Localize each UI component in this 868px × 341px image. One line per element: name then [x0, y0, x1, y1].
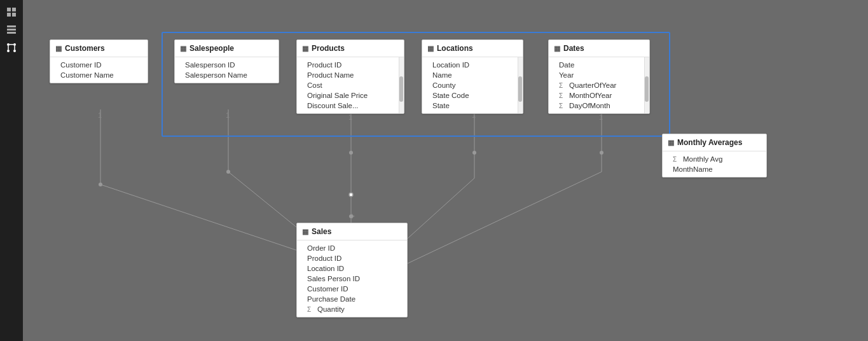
dates-table[interactable]: ▦ Dates Date Year Σ QuarterOfYear Σ Mont… [548, 39, 650, 114]
table-row: Product ID [297, 60, 404, 70]
svg-text:1: 1 [98, 111, 102, 119]
svg-point-10 [13, 50, 16, 52]
monthly-averages-table-header: ▦ Monthly Averages [663, 134, 766, 151]
svg-rect-0 [7, 8, 11, 11]
svg-point-38 [349, 193, 353, 197]
customers-table[interactable]: ▦ Customers Customer ID Customer Name [50, 39, 148, 83]
table-row: State [422, 101, 523, 111]
table-icon: ▦ [302, 45, 308, 53]
svg-rect-1 [12, 8, 16, 11]
sigma-icon: Σ [673, 156, 680, 163]
scrollbar-thumb[interactable] [399, 76, 403, 102]
scrollbar[interactable] [399, 57, 404, 113]
svg-rect-3 [12, 13, 16, 17]
table-icon: ▦ [554, 45, 560, 53]
locations-table-header: ▦ Locations [422, 40, 523, 57]
svg-point-37 [600, 151, 603, 155]
svg-point-7 [7, 43, 10, 46]
svg-rect-4 [7, 25, 16, 27]
table-icon: ▦ [180, 45, 186, 53]
table-row: Σ Monthly Avg [663, 154, 766, 164]
sigma-icon: Σ [559, 82, 567, 89]
table-icon: ▦ [55, 45, 62, 53]
diagram-canvas[interactable]: 1 ✦ 1 ✦ 1 ✦ 1 ✦ 1 ✦ ▦ Customer [23, 0, 868, 341]
products-table-header: ▦ Products [297, 40, 404, 57]
svg-point-35 [349, 151, 353, 155]
table-row: Σ DayOfMonth [549, 101, 649, 111]
table-row: Product ID [297, 253, 407, 263]
table-row: Customer ID [50, 60, 148, 70]
svg-rect-6 [7, 32, 16, 34]
monthly-averages-table-body: Σ Monthly Avg MonthName [663, 151, 766, 177]
svg-point-9 [7, 50, 10, 52]
products-table[interactable]: ▦ Products Product ID Product Name Cost … [296, 39, 404, 114]
sigma-icon: Σ [559, 102, 567, 109]
table-row: State Code [422, 90, 523, 101]
dates-table-body: Date Year Σ QuarterOfYear Σ MonthOfYear … [549, 57, 649, 113]
table-row: Product Name [297, 70, 404, 80]
data-view-icon[interactable] [4, 23, 18, 37]
table-row: Sales Person ID [297, 274, 407, 284]
customers-table-header: ▦ Customers [50, 40, 148, 57]
scrollbar[interactable] [518, 57, 523, 113]
scrollbar[interactable] [644, 57, 649, 113]
salespeople-table-header: ▦ Salespeople [175, 40, 279, 57]
table-row: Salesperson ID [175, 60, 279, 70]
table-row: Original Sale Price [297, 90, 404, 101]
table-row: Σ QuarterOfYear [549, 80, 649, 90]
dates-table-header: ▦ Dates [549, 40, 649, 57]
table-row: Location ID [422, 60, 523, 70]
table-row: Name [422, 70, 523, 80]
salespeople-table-body: Salesperson ID Salesperson Name [175, 57, 279, 83]
svg-point-33 [99, 183, 102, 186]
sidebar [0, 0, 23, 341]
svg-rect-2 [7, 13, 11, 17]
svg-text:✦: ✦ [348, 211, 356, 221]
sigma-icon: Σ [307, 306, 315, 313]
locations-table-body: Location ID Name County State Code State [422, 57, 523, 113]
sales-table-body: Order ID Product ID Location ID Sales Pe… [297, 240, 407, 317]
salespeople-table[interactable]: ▦ Salespeople Salesperson ID Salesperson… [174, 39, 279, 83]
svg-point-34 [226, 170, 230, 174]
svg-point-39 [349, 214, 353, 218]
monthly-averages-table[interactable]: ▦ Monthly Averages Σ Monthly Avg MonthNa… [662, 134, 767, 177]
svg-point-36 [472, 151, 476, 155]
table-row: Purchase Date [297, 294, 407, 304]
scrollbar-thumb[interactable] [645, 76, 649, 102]
table-row: MonthName [663, 164, 766, 174]
report-view-icon[interactable] [4, 5, 18, 19]
table-row: Customer Name [50, 70, 148, 80]
table-row: Location ID [297, 263, 407, 274]
customers-table-body: Customer ID Customer Name [50, 57, 148, 83]
sales-table[interactable]: ▦ Sales Order ID Product ID Location ID … [296, 223, 408, 317]
table-row: Order ID [297, 243, 407, 253]
products-table-body: Product ID Product Name Cost Original Sa… [297, 57, 404, 113]
model-view-icon[interactable] [4, 41, 18, 55]
svg-rect-5 [7, 29, 16, 31]
table-row: Year [549, 70, 649, 80]
sigma-icon: Σ [559, 92, 567, 99]
table-row: Cost [297, 80, 404, 90]
table-icon: ▦ [302, 228, 308, 236]
table-row: Salesperson Name [175, 70, 279, 80]
table-row: Date [549, 60, 649, 70]
table-row: County [422, 80, 523, 90]
table-row: Σ MonthOfYear [549, 90, 649, 101]
table-icon: ▦ [427, 45, 434, 53]
locations-table[interactable]: ▦ Locations Location ID Name County Stat… [422, 39, 523, 114]
table-icon: ▦ [668, 139, 674, 147]
table-row: Customer ID [297, 284, 407, 294]
table-row: Discount Sale... [297, 101, 404, 111]
svg-point-8 [13, 43, 16, 46]
scrollbar-thumb[interactable] [518, 76, 522, 102]
table-row: Σ Quantity [297, 304, 407, 314]
sales-table-header: ▦ Sales [297, 223, 407, 240]
